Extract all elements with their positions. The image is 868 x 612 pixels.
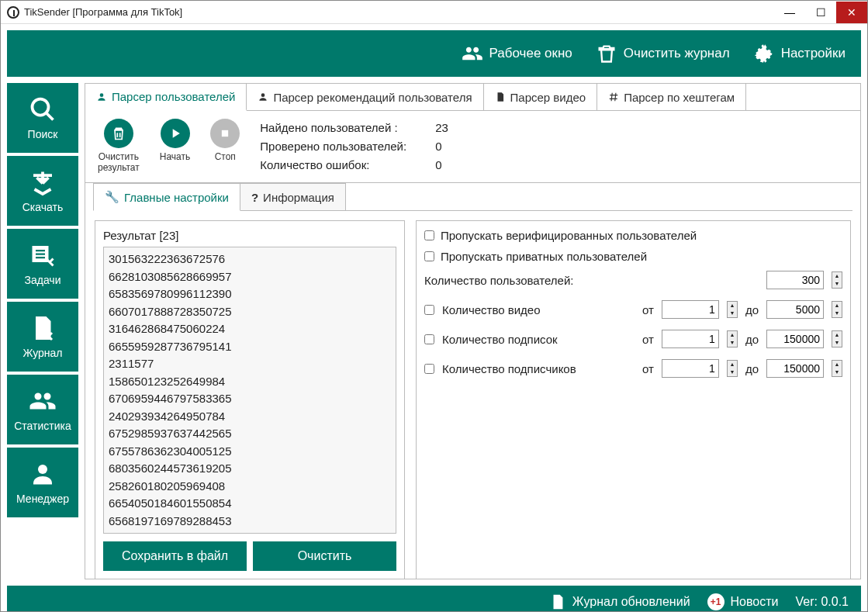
result-item[interactable]: 2311577 <box>109 355 391 373</box>
action-row: Очистить результат Начать Стоп Найдено п… <box>85 111 860 183</box>
maximize-button[interactable]: ☐ <box>805 2 836 23</box>
gear-icon <box>753 43 775 64</box>
result-list[interactable]: 3015632223636725766628103085628669957658… <box>103 247 396 534</box>
followers-count-check[interactable] <box>424 364 434 374</box>
parser-stats: Найдено пользователей :23 Проверено поль… <box>260 119 448 175</box>
tab-parser-users[interactable]: Парсер пользователей <box>85 84 247 111</box>
search-icon <box>29 95 57 123</box>
clear-button[interactable]: Очистить <box>253 541 396 571</box>
download-icon <box>29 168 57 196</box>
trash-icon <box>111 126 126 141</box>
clear-log-button[interactable]: Очистить журнал <box>596 43 730 64</box>
result-item[interactable]: 6628103085628669957 <box>109 268 391 286</box>
hash-icon <box>608 92 619 102</box>
version-label: Ver: 0.0.1 <box>796 595 849 609</box>
sidebar-search[interactable]: Поиск <box>7 83 78 153</box>
tasks-icon <box>29 241 57 269</box>
close-button[interactable]: ✕ <box>836 2 867 23</box>
skip-verified-check[interactable]: Пропускать верифицированных пользователе… <box>424 229 842 242</box>
result-item[interactable]: 158650123252649984 <box>109 373 391 391</box>
result-item[interactable]: 240293934264950784 <box>109 408 391 426</box>
settings-pane: Результат [23] 3015632223636725766628103… <box>85 211 860 589</box>
svg-line-1 <box>47 113 54 120</box>
subtab-info[interactable]: ? Информация <box>240 183 346 210</box>
window-controls: — ☐ ✕ <box>774 2 867 23</box>
filters-panel: Пропускать верифицированных пользователе… <box>416 220 851 579</box>
trash-icon <box>596 43 617 64</box>
stats-icon <box>29 387 57 415</box>
journal-icon <box>29 314 57 342</box>
sidebar-tasks[interactable]: Задачи <box>7 229 78 299</box>
workspace-button[interactable]: Рабочее окно <box>462 43 572 64</box>
svg-point-3 <box>38 465 47 474</box>
file-icon <box>549 593 566 610</box>
svg-point-5 <box>261 93 265 97</box>
save-to-file-button[interactable]: Сохранить в файл <box>103 541 247 571</box>
result-panel: Результат [23] 3015632223636725766628103… <box>95 220 405 579</box>
titlebar: TikSender [Программа для TikTok] — ☐ ✕ <box>1 1 867 24</box>
main-tabs: Парсер пользователей Парсер рекомендаций… <box>85 84 860 111</box>
result-item[interactable]: 6803560244573619205 <box>109 460 391 478</box>
video-from-input[interactable] <box>662 300 719 319</box>
sidebar-download[interactable]: Скачать <box>7 156 78 226</box>
app-icon <box>7 6 19 19</box>
video-count-check[interactable] <box>424 305 434 315</box>
subs-to-input[interactable] <box>766 330 824 348</box>
start-button[interactable]: Начать <box>160 119 191 162</box>
svg-point-0 <box>33 99 49 116</box>
sidebar: Поиск Скачать Задачи Журнал Статистика М… <box>7 83 78 579</box>
svg-point-4 <box>100 93 104 97</box>
result-item[interactable]: 6568197169789288453 <box>109 513 391 531</box>
sidebar-manager[interactable]: Менеджер <box>7 448 78 517</box>
result-item[interactable]: 301563222363672576 <box>109 251 391 268</box>
result-item[interactable]: 6655959287736795141 <box>109 338 391 356</box>
tab-parser-video[interactable]: Парсер видео <box>484 84 598 110</box>
changelog-button[interactable]: Журнал обновлений <box>549 593 690 610</box>
result-item[interactable]: 6607017888728350725 <box>109 303 391 321</box>
tab-parser-hashtags[interactable]: Парсер по хештегам <box>597 84 746 110</box>
person-icon <box>96 92 107 102</box>
followers-to-input[interactable] <box>766 359 824 378</box>
question-icon: ? <box>251 191 258 204</box>
stop-button[interactable]: Стоп <box>210 119 240 162</box>
spinner[interactable]: ▲▼ <box>832 271 842 289</box>
manager-icon <box>29 460 57 488</box>
tab-parser-recs[interactable]: Парсер рекомендаций пользователя <box>247 84 483 110</box>
settings-button[interactable]: Настройки <box>753 43 846 64</box>
result-item[interactable]: 6755786362304005125 <box>109 443 391 461</box>
result-item[interactable]: 6706959446797583365 <box>109 390 391 408</box>
sub-tabs: 🔧 Главные настройки ? Информация <box>93 183 852 211</box>
result-item[interactable]: 6654050184601550854 <box>109 495 391 513</box>
content: Парсер пользователей Парсер рекомендаций… <box>85 83 861 579</box>
wrench-icon: 🔧 <box>105 190 119 204</box>
play-icon <box>168 126 183 141</box>
video-to-input[interactable] <box>766 300 824 319</box>
result-item[interactable]: 316462868475060224 <box>109 320 391 338</box>
sidebar-journal[interactable]: Журнал <box>7 302 78 372</box>
person-icon <box>258 92 268 102</box>
result-item[interactable]: 258260180205969408 <box>109 478 391 496</box>
user-count-input[interactable] <box>766 271 824 289</box>
subs-from-input[interactable] <box>662 330 719 348</box>
clear-result-button[interactable]: Очистить результат <box>98 119 140 173</box>
subs-count-check[interactable] <box>424 334 434 344</box>
stop-icon <box>217 126 233 141</box>
sidebar-stats[interactable]: Статистика <box>7 375 78 444</box>
result-item[interactable]: 6752985937637442565 <box>109 425 391 443</box>
news-badge: +1 <box>707 593 724 610</box>
subtab-main-settings[interactable]: 🔧 Главные настройки <box>93 183 240 211</box>
file-icon <box>495 92 506 102</box>
followers-from-input[interactable] <box>662 359 719 378</box>
footer: Журнал обновлений +1 Новости Ver: 0.0.1 <box>7 586 861 612</box>
result-label: Результат [23] <box>103 229 396 242</box>
top-toolbar: Рабочее окно Очистить журнал Настройки <box>7 30 861 77</box>
people-icon <box>462 43 483 64</box>
window-title: TikSender [Программа для TikTok] <box>24 6 182 18</box>
minimize-button[interactable]: — <box>774 2 805 23</box>
result-item[interactable]: 6583569780996112390 <box>109 285 391 303</box>
news-button[interactable]: +1 Новости <box>707 593 779 610</box>
skip-private-check[interactable]: Пропускать приватных пользователей <box>424 250 842 263</box>
svg-rect-6 <box>222 130 228 137</box>
